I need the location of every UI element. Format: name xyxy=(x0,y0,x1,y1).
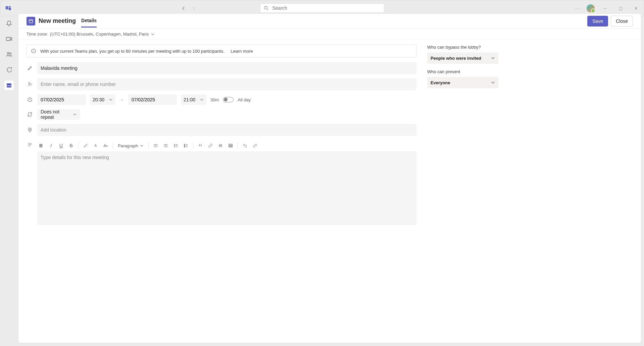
italic-button[interactable]: I xyxy=(47,142,55,149)
bypass-lobby-label: Who can bypass the lobby? xyxy=(427,45,498,50)
bypass-lobby-value: People who were invited xyxy=(431,56,481,61)
timezone-label: Time zone: xyxy=(27,32,48,37)
svg-rect-9 xyxy=(8,85,8,86)
end-time-select[interactable]: 21:00 xyxy=(181,94,206,105)
all-day-label: All day xyxy=(238,97,251,102)
link-button[interactable] xyxy=(207,142,214,149)
end-date-input[interactable] xyxy=(128,94,177,105)
font-size-button[interactable]: AA xyxy=(102,142,109,149)
rail-activity[interactable] xyxy=(4,19,14,28)
svg-point-14 xyxy=(29,83,30,84)
meeting-title-input[interactable] xyxy=(37,62,416,74)
page-title: New meeting xyxy=(39,17,76,24)
arrow-right-icon: → xyxy=(119,97,124,102)
rail-video[interactable] xyxy=(4,34,14,44)
timezone-value: (UTC+01:00) Brussels, Copenhagen, Madrid… xyxy=(50,32,149,37)
close-button[interactable]: Close xyxy=(611,16,633,27)
undo-button[interactable] xyxy=(241,142,249,149)
highlight-button[interactable] xyxy=(82,142,89,149)
plan-info-banner: With your current Teams plan, you get up… xyxy=(27,45,416,57)
repeat-select[interactable]: Does not repeat xyxy=(37,109,80,120)
search-input[interactable] xyxy=(273,5,381,11)
rail-chat[interactable] xyxy=(4,65,14,75)
svg-point-18 xyxy=(174,145,175,146)
svg-rect-8 xyxy=(7,84,11,85)
location-icon xyxy=(27,127,33,133)
search-icon xyxy=(264,6,268,10)
app-rail xyxy=(0,16,18,346)
svg-rect-12 xyxy=(29,19,33,23)
editor-toolbar: B I U S AA Paragraph 123 xyxy=(37,140,416,151)
form-main: With your current Teams plan, you get up… xyxy=(18,40,425,343)
window-close-icon[interactable]: ✕ xyxy=(631,6,641,11)
page-header: New meeting Details Save Close xyxy=(18,14,641,29)
meeting-options-panel: Who can bypass the lobby? People who wer… xyxy=(425,40,518,343)
svg-rect-4 xyxy=(6,37,10,41)
underline-button[interactable]: U xyxy=(57,142,65,149)
pencil-icon xyxy=(27,65,33,71)
user-avatar[interactable] xyxy=(587,4,595,12)
all-day-toggle[interactable] xyxy=(223,97,234,102)
nav-forward-icon xyxy=(192,6,196,10)
attendees-input[interactable] xyxy=(37,78,416,90)
clock-icon xyxy=(27,97,33,102)
font-color-button[interactable] xyxy=(92,142,99,149)
end-time-value: 21:00 xyxy=(184,97,195,102)
rail-calendar[interactable] xyxy=(4,81,14,90)
bullet-list-button[interactable] xyxy=(172,142,180,149)
rail-community[interactable] xyxy=(4,50,14,59)
tab-details[interactable]: Details xyxy=(81,14,97,28)
start-time-select[interactable]: 20:30 xyxy=(90,94,115,105)
content-card: New meeting Details Save Close Time zone… xyxy=(18,13,641,343)
start-time-value: 20:30 xyxy=(93,97,104,102)
timezone-row[interactable]: Time zone: (UTC+01:00) Brussels, Copenha… xyxy=(18,29,641,40)
who-present-select[interactable]: Everyone xyxy=(427,77,498,88)
window-maximize-icon[interactable]: ▢ xyxy=(615,6,626,11)
location-input[interactable] xyxy=(37,124,416,136)
repeat-value: Does not repeat xyxy=(41,109,73,120)
svg-point-6 xyxy=(10,53,11,54)
save-button[interactable]: Save xyxy=(587,16,608,27)
hr-button[interactable] xyxy=(217,142,224,149)
details-editor[interactable]: Type details for this new meeting xyxy=(37,151,416,225)
svg-rect-23 xyxy=(229,144,232,147)
who-present-label: Who can present xyxy=(427,69,498,74)
number-list-button[interactable]: 123 xyxy=(182,142,190,149)
strike-button[interactable]: S xyxy=(67,142,75,149)
info-icon xyxy=(31,48,36,54)
meeting-icon xyxy=(27,17,35,26)
svg-point-16 xyxy=(29,129,30,130)
window-minimize-icon[interactable]: ─ xyxy=(600,6,610,11)
search-box[interactable] xyxy=(260,3,384,13)
people-icon xyxy=(27,82,33,87)
repeat-icon xyxy=(27,112,33,117)
svg-point-5 xyxy=(7,52,9,54)
svg-rect-10 xyxy=(9,85,9,86)
svg-point-19 xyxy=(174,147,175,147)
duration-text: 30m xyxy=(210,97,219,102)
details-placeholder: Type details for this new meeting xyxy=(41,155,109,160)
quote-button[interactable] xyxy=(197,142,204,149)
paragraph-select[interactable]: Paragraph xyxy=(116,143,145,148)
svg-point-3 xyxy=(264,6,267,9)
chevron-down-icon xyxy=(151,32,155,36)
svg-rect-11 xyxy=(10,85,11,86)
description-icon xyxy=(27,142,33,147)
bold-button[interactable]: B xyxy=(37,142,45,149)
start-date-input[interactable] xyxy=(37,94,86,105)
indent-button[interactable] xyxy=(162,142,169,149)
bypass-lobby-select[interactable]: People who were invited xyxy=(427,52,498,64)
who-present-value: Everyone xyxy=(431,80,450,85)
teams-logo-icon: T xyxy=(0,0,16,16)
outdent-button[interactable] xyxy=(152,142,159,149)
table-button[interactable] xyxy=(227,142,234,149)
svg-text:3: 3 xyxy=(184,146,185,148)
svg-point-17 xyxy=(174,144,175,145)
svg-point-2 xyxy=(9,6,11,8)
nav-back-icon[interactable] xyxy=(182,6,186,10)
more-icon[interactable]: ··· xyxy=(575,6,581,11)
info-text: With your current Teams plan, you get up… xyxy=(40,49,225,54)
redo-button[interactable] xyxy=(251,142,259,149)
learn-more-link[interactable]: Learn more xyxy=(231,49,253,54)
